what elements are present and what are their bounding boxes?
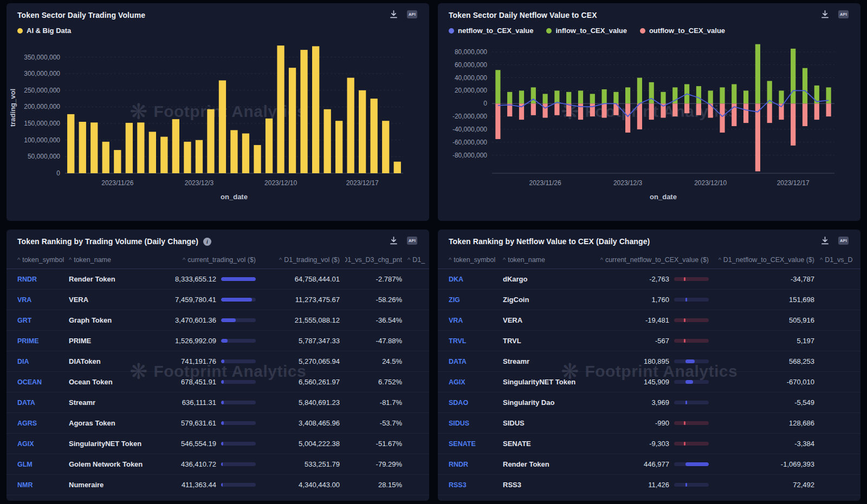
token-symbol-link[interactable]: RSS3 [449,481,503,489]
token-symbol-link[interactable]: SENATE [449,440,503,448]
token-name: Streamr [503,357,598,365]
column-header[interactable]: ^current_netflow_to_CEX_value ($) [598,256,714,264]
table-row: DATAStreamr180,895568,253 [438,351,860,372]
column-header[interactable]: ^current_trading_vol ($) [156,256,261,264]
current-value: 8,333,655.12 [175,275,216,283]
legend-item[interactable]: netflow_to_CEX_value [449,27,533,35]
token-symbol-link-text[interactable]: SENATE [449,440,476,448]
download-button[interactable] [819,9,831,20]
sort-caret-icon: ^ [503,257,506,263]
column-header[interactable]: ^D1_vs_D3_chg_pnt [345,256,407,264]
chg-pct-text: -36.54% [376,316,402,324]
column-header[interactable]: ^D1_ [407,256,429,264]
value-bar-fill [684,421,685,425]
token-symbol-link[interactable]: AGIX [449,378,503,386]
token-symbol-link-text[interactable]: TRVL [449,337,466,345]
token-symbol-link[interactable]: DATA [17,399,69,407]
token-symbol-link-text[interactable]: DIA [17,358,29,365]
column-header[interactable]: ^token_symbol [449,256,503,264]
token-symbol-link[interactable]: DIA [17,358,69,365]
d1-value-text: 3,408,465.96 [299,419,340,427]
d1-value-text: 72,492 [793,481,814,489]
info-icon[interactable]: i [203,238,211,246]
panel-title: Token Ranking by Trading Volume (Daily C… [17,237,198,246]
value-bar-fill [221,401,224,404]
token-symbol-link[interactable]: RNDR [449,461,503,468]
api-button[interactable]: API [406,9,418,19]
api-button[interactable]: API [406,235,418,246]
api-button[interactable]: API [837,235,850,246]
token-symbol-link[interactable]: NMR [17,481,69,489]
token-symbol-link-text[interactable]: AGIX [449,378,465,386]
value-bar [674,318,709,322]
token-symbol-link[interactable]: VRA [17,296,69,304]
token-symbol-link[interactable]: AGRS [17,420,69,427]
bar [803,103,807,126]
table-header-row: ^token_symbol^token_name^current_trading… [7,251,429,269]
token-symbol-link[interactable]: SDAO [449,399,503,407]
bar [277,45,284,173]
column-header-label: D1_netflow_to_CEX_value ($) [723,256,814,264]
d1-value-text: 5,787,347.33 [299,337,340,345]
current-value: 678,451.91 [181,378,216,386]
token-symbol-link-text[interactable]: AGIX [17,440,34,448]
column-header[interactable]: ^D1_netflow_to_CEX_value ($) [714,256,820,264]
value-bar-fill [685,483,687,487]
download-icon [389,236,398,245]
token-symbol-link[interactable]: GRT [17,317,69,324]
token-symbol-link-text[interactable]: OCEAN [17,378,42,386]
value-bar [221,359,256,363]
token-symbol-link[interactable]: SIDUS [449,420,503,427]
svg-text:2023/12/3: 2023/12/3 [613,179,643,187]
token-symbol-link-text[interactable]: SIDUS [449,420,469,427]
token-symbol-link-text[interactable]: ZIG [449,296,460,304]
token-symbol-link-text[interactable]: DATA [449,358,467,365]
bar [531,103,536,115]
legend-item[interactable]: inflow_to_CEX_value [546,27,626,35]
column-header[interactable]: ^D1_vs_D [820,256,860,264]
token-symbol-link[interactable]: RNDR [17,276,69,283]
token-symbol-link-text[interactable]: GRT [17,317,31,324]
value-bar [674,442,709,446]
token-symbol-link-text[interactable]: RNDR [449,461,468,468]
token-symbol-link[interactable]: DATA [449,358,503,365]
value-bar [674,421,709,425]
column-header[interactable]: ^token_name [69,256,156,264]
token-symbol-link-text[interactable]: RNDR [17,276,37,283]
table-row: RNDRRender Token8,333,655.1264,758,444.0… [7,269,429,290]
token-name: VERA [69,296,156,304]
download-button[interactable] [819,235,831,246]
token-symbol-link-text[interactable]: AGRS [17,420,37,427]
token-symbol-link[interactable]: AGIX [17,440,69,448]
token-symbol-link-text[interactable]: RSS3 [449,481,467,489]
token-symbol-link-text[interactable]: VRA [17,296,31,304]
legend-item[interactable]: outflow_to_CEX_value [640,27,725,35]
column-header[interactable]: ^token_name [503,256,598,264]
token-symbol-link[interactable]: OCEAN [17,378,69,386]
api-button[interactable]: API [837,9,850,19]
download-button[interactable] [388,235,399,246]
token-symbol-link[interactable]: GLM [17,461,69,468]
token-name: SENATE [503,440,598,448]
token-symbol-link-text[interactable]: NMR [17,481,33,489]
token-symbol-link[interactable]: TRVL [449,337,503,345]
legend-item[interactable]: AI & Big Data [17,27,71,35]
download-button[interactable] [388,9,399,20]
value-bar-fill [221,318,236,322]
token-symbol-link-text[interactable]: PRIME [17,337,39,345]
token-symbol-link-text[interactable]: VRA [449,317,463,324]
column-header[interactable]: ^D1_trading_vol ($) [261,256,345,264]
token-symbol-link-text[interactable]: DKA [449,276,463,283]
legend-dot-icon [17,28,23,34]
bar [791,49,795,103]
token-symbol-link-text[interactable]: GLM [17,461,33,468]
token-symbol-link-text[interactable]: DATA [17,399,35,407]
token-symbol-link[interactable]: PRIME [17,337,69,345]
current-value-cell: 1,760 [598,296,714,304]
token-symbol-link[interactable]: VRA [449,317,503,324]
column-header[interactable]: ^token_symbol [17,256,69,264]
chart-area: ❋ Footprint Analytics -80,000,000-60,000… [438,36,860,208]
token-symbol-link[interactable]: DKA [449,276,503,283]
token-symbol-link-text[interactable]: SDAO [449,399,468,407]
token-symbol-link[interactable]: ZIG [449,296,503,304]
